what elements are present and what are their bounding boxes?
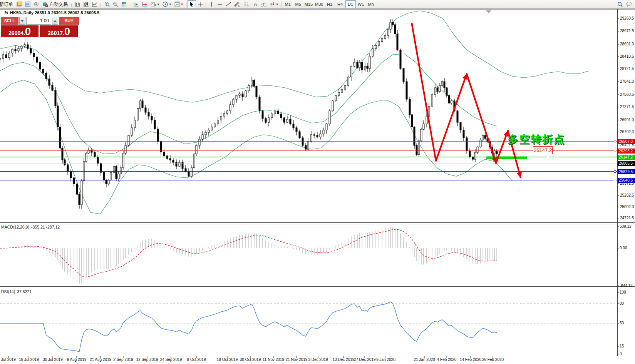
rsi-label: RSI(14)37.6221	[1, 289, 32, 294]
date-tick-label: 18 Jul 2019	[19, 357, 39, 362]
date-tick-label: 13 Dec 2019	[333, 357, 355, 362]
macd-scale-label: 0.00	[620, 246, 627, 250]
chart-title: HK50-,Daily 26351.0 26391.5 26002.5 2600…	[5, 10, 99, 15]
price-tick-label: 25282.5	[620, 193, 634, 197]
bollinger-upper	[0, 11, 589, 102]
level-annotation-box[interactable]: 26147.2	[533, 146, 553, 154]
one-click-trading-panel: SELL 1.00 BUY 26004.0 26017.0	[1, 17, 79, 37]
macd-values: -355.21 -287.12	[31, 225, 60, 229]
date-tick-label: 30 Oct 2019	[240, 357, 261, 362]
macd-scale-label: -844.12	[620, 284, 633, 288]
rsi-name: RSI(14)	[1, 289, 15, 294]
price-tick-label: 27841.0	[620, 79, 634, 83]
bid-price: 26004.	[8, 28, 25, 38]
price-tick-label: 26991.0	[620, 118, 634, 122]
price-tick-label: 28121.5	[620, 67, 634, 71]
price-tick-label: 27560.5	[620, 92, 634, 97]
price-level-tag: 26005.5	[618, 161, 635, 166]
date-tick-label: 21 Jan 2020	[414, 357, 435, 362]
chart-title-text: HK50-,Daily 26351.0 26391.5 26002.5 2600…	[10, 10, 99, 15]
date-tick-label: 12 Sep 2019	[136, 357, 158, 362]
buy-button[interactable]: BUY	[59, 17, 79, 25]
volume-input[interactable]: 1.00	[26, 17, 51, 25]
date-tick-label: 21 Aug 2019	[90, 357, 111, 362]
chart-shift-marker[interactable]	[486, 10, 491, 13]
ask-price-big-digit: 0	[64, 27, 70, 37]
price-level-tag: 25829.5	[618, 169, 635, 174]
bid-price-button[interactable]: 26004.0	[1, 25, 39, 37]
line-handle	[614, 140, 616, 142]
mt4-window: 新订单 自动交易	[0, 0, 635, 364]
chart-canvas[interactable]	[0, 0, 635, 364]
line-handle	[614, 179, 616, 181]
line-handle	[547, 156, 549, 158]
price-level-tag: 26147.2	[618, 155, 635, 160]
price-level-tag: 26293.2	[618, 149, 635, 154]
rsi-scale-label: 0	[620, 352, 622, 356]
macd-label: MACD(12,26,9)-355.21 -287.12	[1, 225, 60, 229]
line-handle	[614, 150, 616, 152]
rsi-scale-label: 15	[620, 344, 624, 348]
date-tick-label: 11 Nov 2019	[263, 357, 284, 362]
ask-price-button[interactable]: 26017.0	[40, 25, 78, 37]
price-tick-label: 24721.5	[620, 216, 634, 220]
date-tick-label: 26 Feb 2020	[482, 357, 504, 362]
sell-button[interactable]: SELL	[1, 17, 18, 25]
macd-scale-label: 509.12	[620, 224, 632, 229]
volume-decrease-button[interactable]	[19, 17, 25, 25]
date-tick-label: Jul 2019	[1, 357, 16, 362]
date-tick-label: 3 Dec 2019	[308, 357, 328, 362]
volume-increase-button[interactable]	[52, 17, 58, 25]
date-tick-label: 18 Oct 2019	[217, 357, 238, 362]
rsi-scale-label: 80	[620, 301, 624, 306]
price-tick-label: 26702.0	[620, 130, 634, 134]
price-tick-label: 27271.5	[620, 105, 634, 109]
date-tick-label: 30 Jul 2019	[43, 357, 63, 362]
chart-icon	[5, 11, 8, 15]
price-level-tag: 26507.8	[618, 139, 635, 144]
rsi-scale-label: 50	[620, 321, 624, 325]
price-level-tag: 25640.6	[618, 178, 635, 183]
triangle-down-icon	[21, 20, 24, 22]
date-tick-label: 9 Aug 2019	[67, 357, 87, 362]
price-tick-label: 28691.0	[620, 42, 634, 46]
bid-price-big-digit: 0	[25, 27, 31, 37]
ask-price: 26017.	[48, 28, 64, 38]
turning-point-annotation[interactable]: 多空转折点	[508, 132, 565, 146]
line-handle	[614, 171, 616, 173]
rsi-value: 37.6221	[17, 289, 32, 294]
triangle-up-icon	[54, 20, 57, 22]
date-tick-label: 4 Feb 2020	[437, 357, 457, 362]
date-tick-label: 2 Sep 2019	[113, 357, 133, 362]
macd-signal-line	[0, 229, 497, 277]
macd-name: MACD(12,26,9)	[1, 225, 29, 229]
date-tick-label: 27 Dec 2019	[354, 357, 376, 362]
date-tick-label: 24 Sep 2019	[160, 357, 182, 362]
rsi-line	[0, 302, 497, 351]
price-tick-label: 25002.0	[620, 205, 634, 209]
date-tick-label: 21 Nov 2019	[286, 357, 308, 362]
date-tick-label: 9 Jan 2020	[376, 357, 395, 362]
price-tick-label: 28971.5	[620, 29, 634, 33]
date-tick-label: 14 Feb 2020	[460, 357, 481, 362]
price-tick-label: 28410.5	[620, 54, 634, 58]
price-tick-label: 29260.5	[620, 16, 634, 20]
date-tick-label: 8 Oct 2019	[187, 357, 206, 362]
rsi-scale-label: 100	[620, 290, 626, 294]
